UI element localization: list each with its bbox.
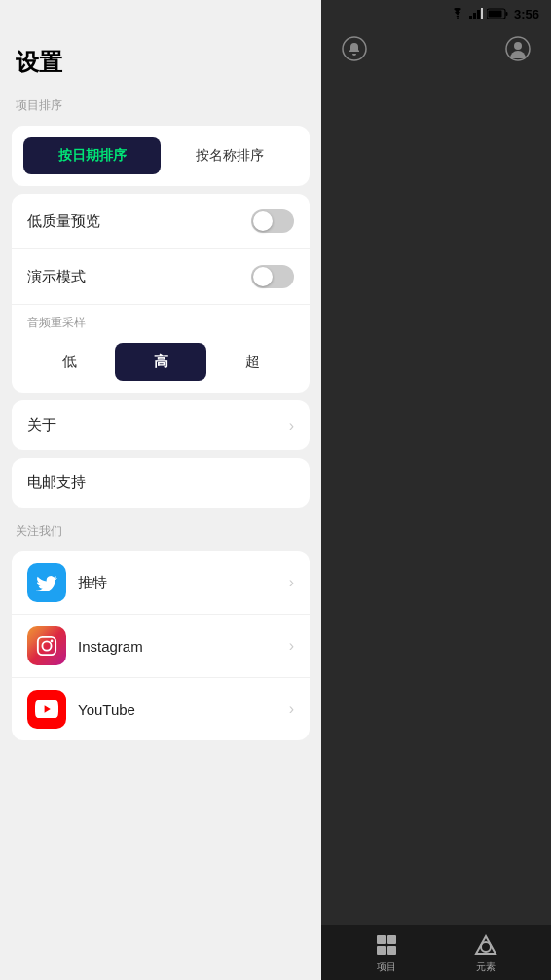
email-support-label: 电邮支持 bbox=[27, 473, 86, 492]
svg-rect-14 bbox=[377, 935, 386, 944]
follow-us-label: 关注我们 bbox=[0, 515, 321, 544]
svg-rect-6 bbox=[505, 12, 507, 16]
svg-point-10 bbox=[51, 640, 54, 643]
demo-mode-row: 演示模式 bbox=[12, 249, 310, 305]
audio-resample-label: 音频重采样 bbox=[12, 305, 310, 335]
youtube-row[interactable]: YouTube › bbox=[12, 678, 310, 740]
instagram-row[interactable]: Instagram › bbox=[12, 615, 310, 678]
about-chevron: › bbox=[289, 417, 294, 434]
notification-icon[interactable] bbox=[337, 31, 372, 66]
sort-by-name-button[interactable]: 按名称排序 bbox=[161, 137, 298, 174]
youtube-left: YouTube bbox=[27, 690, 135, 729]
youtube-icon bbox=[27, 690, 66, 729]
svg-rect-8 bbox=[38, 637, 55, 655]
sort-buttons-group: 按日期排序 按名称排序 bbox=[12, 126, 310, 186]
instagram-chevron: › bbox=[289, 637, 294, 655]
elements-label: 元素 bbox=[476, 961, 496, 974]
svg-rect-1 bbox=[469, 16, 472, 19]
resample-low-button[interactable]: 低 bbox=[23, 343, 115, 381]
sort-by-date-button[interactable]: 按日期排序 bbox=[23, 137, 161, 174]
demo-mode-label: 演示模式 bbox=[27, 268, 86, 286]
youtube-name: YouTube bbox=[78, 701, 135, 718]
about-label: 关于 bbox=[27, 416, 56, 434]
status-time: 3:56 bbox=[514, 7, 539, 21]
svg-rect-7 bbox=[488, 11, 501, 18]
instagram-name: Instagram bbox=[78, 638, 143, 655]
sort-card: 按日期排序 按名称排序 bbox=[12, 126, 310, 186]
bottom-nav: 项目 元素 bbox=[321, 925, 551, 980]
wifi-icon bbox=[450, 8, 465, 19]
twitter-icon bbox=[27, 563, 66, 602]
about-row[interactable]: 关于 › bbox=[12, 400, 310, 450]
svg-rect-2 bbox=[473, 13, 476, 19]
low-quality-toggle[interactable] bbox=[251, 209, 294, 233]
signal-icon bbox=[469, 8, 483, 19]
svg-rect-4 bbox=[481, 8, 483, 19]
user-icon[interactable] bbox=[500, 31, 535, 66]
svg-point-19 bbox=[481, 942, 491, 952]
youtube-chevron: › bbox=[289, 700, 294, 718]
low-quality-label: 低质量预览 bbox=[27, 212, 100, 231]
sort-section-label: 项目排序 bbox=[0, 90, 321, 118]
bottom-nav-elements[interactable]: 元素 bbox=[472, 931, 499, 974]
follow-us-card: 推特 › Instagram › bbox=[12, 551, 310, 740]
demo-mode-toggle[interactable] bbox=[251, 265, 294, 288]
twitter-row[interactable]: 推特 › bbox=[12, 551, 310, 615]
email-support-row[interactable]: 电邮支持 bbox=[12, 458, 310, 508]
resample-high-button[interactable]: 高 bbox=[115, 343, 206, 381]
svg-rect-16 bbox=[377, 946, 386, 955]
twitter-chevron: › bbox=[289, 574, 294, 591]
bottom-nav-projects[interactable]: 项目 bbox=[373, 931, 400, 974]
battery-icon bbox=[487, 8, 508, 19]
projects-icon bbox=[373, 931, 400, 959]
instagram-icon bbox=[27, 626, 66, 665]
low-quality-row: 低质量预览 bbox=[12, 194, 310, 249]
svg-point-13 bbox=[514, 42, 522, 50]
status-bar: 3:56 bbox=[0, 0, 551, 27]
svg-point-0 bbox=[457, 18, 459, 19]
right-panel bbox=[321, 0, 551, 980]
svg-rect-15 bbox=[387, 935, 396, 944]
resample-ultra-button[interactable]: 超 bbox=[206, 343, 298, 381]
projects-label: 项目 bbox=[377, 961, 396, 974]
resample-buttons-group: 低 高 超 bbox=[12, 335, 310, 393]
svg-rect-17 bbox=[387, 946, 396, 955]
twitter-left: 推特 bbox=[27, 563, 107, 602]
status-icons bbox=[450, 8, 508, 19]
svg-rect-3 bbox=[477, 10, 480, 19]
instagram-left: Instagram bbox=[27, 626, 143, 665]
twitter-name: 推特 bbox=[78, 574, 107, 592]
left-panel: 设置 项目排序 按日期排序 按名称排序 低质量预览 演示模式 音频重采样 低 高… bbox=[0, 0, 321, 980]
toggles-card: 低质量预览 演示模式 音频重采样 低 高 超 bbox=[12, 194, 310, 393]
elements-icon bbox=[472, 931, 499, 959]
svg-point-9 bbox=[42, 641, 51, 650]
